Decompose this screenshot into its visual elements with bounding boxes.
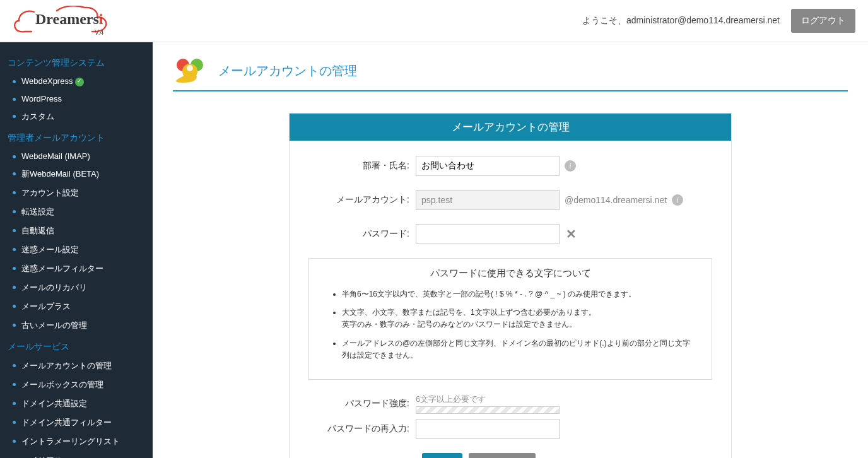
strength-meter bbox=[416, 406, 560, 414]
logout-button[interactable]: ログアウト bbox=[791, 9, 855, 33]
sidebar-item-label: イントラメーリングリスト bbox=[21, 437, 120, 446]
account-input bbox=[416, 190, 560, 210]
page-title-row: メールアカウントの管理 bbox=[173, 57, 848, 91]
users-icon bbox=[173, 57, 208, 84]
sidebar-item-new-webdemail[interactable]: 新WebdeMail (BETA) bbox=[8, 165, 145, 184]
save-button[interactable]: 保存 bbox=[422, 453, 462, 458]
label-password: パスワード: bbox=[308, 228, 416, 240]
clear-password-icon[interactable]: ✕ bbox=[566, 228, 577, 240]
sidebar-item-domain-filter[interactable]: ドメイン共通フィルター bbox=[8, 413, 145, 432]
row-department: 部署・氏名: i bbox=[308, 156, 712, 176]
sidebar-item-alias[interactable]: エイリアス bbox=[8, 451, 145, 458]
content-area: メールアカウントの管理 メールアカウントの管理 部署・氏名: i メールアカウン… bbox=[153, 42, 868, 458]
row-reenter: パスワードの再入力: bbox=[308, 419, 712, 439]
strength-message: 6文字以上必要です bbox=[416, 394, 486, 404]
page-title: メールアカウントの管理 bbox=[218, 62, 357, 79]
row-strength: パスワード強度: 6文字以上必要です bbox=[308, 394, 712, 414]
sidebar-item-forward[interactable]: 転送設定 bbox=[8, 203, 145, 221]
sidebar: コンテンツ管理システム WebdeXpress WordPress カスタム 管… bbox=[0, 42, 153, 458]
sidebar-heading-mail-service[interactable]: メールサービス bbox=[8, 338, 145, 356]
sidebar-item-mail-recovery[interactable]: メールのリカバリ bbox=[8, 278, 145, 297]
rules-title: パスワードに使用できる文字について bbox=[324, 267, 696, 279]
header-right: ようこそ、administrator@demo114.dreamersi.net… bbox=[582, 9, 855, 33]
sidebar-item-label: メールアカウントの管理 bbox=[21, 361, 112, 370]
sidebar-item-label: 迷惑メールフィルター bbox=[21, 264, 103, 273]
sidebar-item-label: カスタム bbox=[21, 112, 54, 121]
sidebar-item-label: 新WebdeMail (BETA) bbox=[21, 169, 99, 179]
department-input[interactable] bbox=[416, 156, 560, 176]
sidebar-item-account-settings[interactable]: アカウント設定 bbox=[8, 184, 145, 203]
row-account: メールアカウント: @demo114.dreamersi.net i bbox=[308, 190, 712, 210]
sidebar-item-label: ドメイン共通フィルター bbox=[21, 418, 112, 427]
svg-point-3 bbox=[187, 65, 193, 71]
sidebar-item-custom[interactable]: カスタム bbox=[8, 107, 145, 126]
sidebar-item-label: WebdeXpress bbox=[21, 76, 73, 86]
sidebar-item-label: メールのリカバリ bbox=[21, 283, 87, 292]
sidebar-item-label: 古いメールの管理 bbox=[21, 320, 87, 330]
sidebar-item-mailbox-mgmt[interactable]: メールボックスの管理 bbox=[8, 375, 145, 394]
rule-text: 半角6〜16文字以内で、英数字と一部の記号( ! $ % * - . ? @ ^… bbox=[342, 290, 636, 298]
label-strength: パスワード強度: bbox=[308, 398, 416, 409]
info-icon[interactable]: i bbox=[565, 160, 576, 172]
sidebar-item-mail-plus[interactable]: メールプラス bbox=[8, 297, 145, 316]
sidebar-item-label: ドメイン共通設定 bbox=[21, 399, 87, 408]
label-department: 部署・氏名: bbox=[308, 160, 416, 172]
sidebar-item-label: エイリアス bbox=[21, 455, 62, 458]
form-panel: メールアカウントの管理 部署・氏名: i メールアカウント: @demo114.… bbox=[289, 113, 732, 458]
label-account: メールアカウント: bbox=[308, 194, 416, 206]
welcome-text: ようこそ、administrator@demo114.dreamersi.net bbox=[582, 15, 780, 26]
rule-item: 大文字、小文字、数字または記号を、1文字以上ずつ含む必要があります。英字のみ・数… bbox=[342, 307, 696, 331]
domain-suffix: @demo114.dreamersi.net bbox=[565, 195, 667, 205]
sidebar-item-intra-ml[interactable]: イントラメーリングリスト bbox=[8, 432, 145, 451]
rule-item: 半角6〜16文字以内で、英数字と一部の記号( ! $ % * - . ? @ ^… bbox=[342, 288, 696, 300]
password-input[interactable] bbox=[416, 224, 560, 244]
info-icon[interactable]: i bbox=[672, 194, 683, 206]
app-header: Dreamersi V.4 ようこそ、administrator@demo114… bbox=[0, 0, 868, 42]
panel-header: メールアカウントの管理 bbox=[290, 114, 731, 141]
sidebar-item-label: WebdeMail (IMAP) bbox=[21, 151, 90, 161]
sidebar-item-wordpress[interactable]: WordPress bbox=[8, 90, 145, 107]
sidebar-item-label: 迷惑メール設定 bbox=[21, 245, 79, 254]
sidebar-item-label: 自動返信 bbox=[21, 226, 54, 235]
sidebar-item-mail-account-mgmt[interactable]: メールアカウントの管理 bbox=[8, 356, 145, 375]
rule-text: メールアドレスの@の左側部分と同じ文字列、ドメイン名の最初のピリオド(.)より前… bbox=[342, 339, 690, 360]
sidebar-item-label: 転送設定 bbox=[21, 207, 54, 216]
sidebar-item-label: メールボックスの管理 bbox=[21, 380, 103, 389]
sidebar-item-label: WordPress bbox=[21, 94, 62, 103]
sidebar-item-label: メールプラス bbox=[21, 302, 71, 311]
sidebar-item-autoreply[interactable]: 自動返信 bbox=[8, 221, 145, 240]
sidebar-item-webdexpress[interactable]: WebdeXpress bbox=[8, 73, 145, 90]
row-password: パスワード: ✕ bbox=[308, 224, 712, 244]
button-row: 保存 キャンセル bbox=[422, 453, 712, 458]
password-rules-box: パスワードに使用できる文字について 半角6〜16文字以内で、英数字と一部の記号(… bbox=[308, 258, 712, 380]
password-reenter-input[interactable] bbox=[416, 419, 560, 439]
sidebar-heading-cms[interactable]: コンテンツ管理システム bbox=[8, 54, 145, 73]
label-reenter: パスワードの再入力: bbox=[308, 423, 416, 435]
sidebar-heading-admin-mail[interactable]: 管理者メールアカウント bbox=[8, 129, 145, 148]
rule-subtext: 英字のみ・数字のみ・記号のみなどのパスワードは設定できません。 bbox=[342, 319, 696, 331]
sidebar-item-old-mail[interactable]: 古いメールの管理 bbox=[8, 316, 145, 335]
sidebar-item-spam-filter[interactable]: 迷惑メールフィルター bbox=[8, 259, 145, 278]
sidebar-item-label: アカウント設定 bbox=[21, 188, 79, 197]
sidebar-item-webdemail[interactable]: WebdeMail (IMAP) bbox=[8, 148, 145, 165]
sidebar-item-domain-settings[interactable]: ドメイン共通設定 bbox=[8, 394, 145, 413]
logo-text: Dreamersi bbox=[35, 11, 103, 28]
logo[interactable]: Dreamersi V.4 bbox=[13, 6, 107, 36]
rule-item: メールアドレスの@の左側部分と同じ文字列、ドメイン名の最初のピリオド(.)より前… bbox=[342, 338, 696, 361]
sidebar-item-spam-settings[interactable]: 迷惑メール設定 bbox=[8, 240, 145, 259]
cancel-button[interactable]: キャンセル bbox=[469, 453, 536, 458]
rule-text: 大文字、小文字、数字または記号を、1文字以上ずつ含む必要があります。 bbox=[342, 308, 596, 317]
check-badge-icon bbox=[75, 78, 84, 86]
logo-version: V.4 bbox=[95, 29, 103, 36]
